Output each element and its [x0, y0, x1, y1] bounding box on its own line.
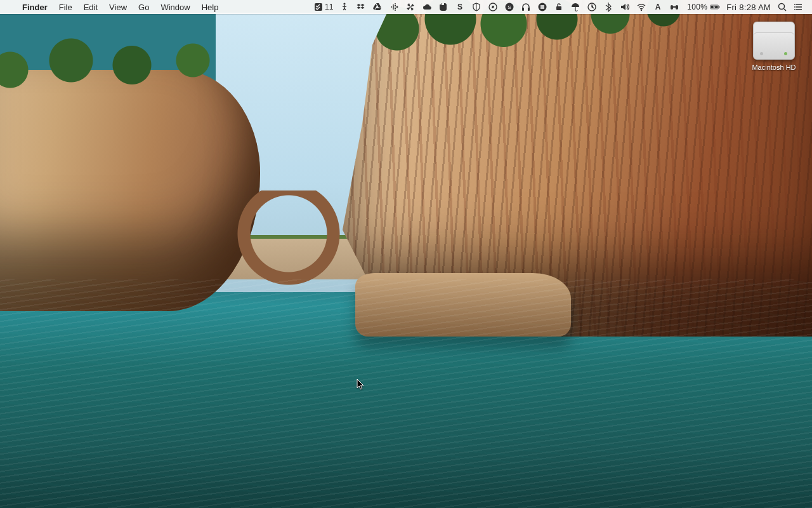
bluetooth-menuextra[interactable] — [600, 0, 617, 14]
menu-view-label: View — [109, 3, 127, 12]
dropbox-menuextra[interactable] — [353, 0, 369, 14]
menuextra-shield[interactable] — [468, 0, 485, 14]
menuextra-A[interactable]: A — [650, 0, 666, 14]
menu-window-label: Window — [160, 3, 190, 12]
desktop-drive-icon[interactable]: Macintosh HD — [747, 22, 801, 71]
shield-icon — [471, 2, 481, 12]
pinwheel-icon — [405, 2, 416, 12]
volume-menuextra[interactable] — [617, 0, 633, 14]
app-name-menu[interactable]: Finder — [16, 0, 53, 14]
menuextra-icon-3[interactable] — [419, 0, 435, 14]
drive-label: Macintosh HD — [747, 64, 801, 71]
menuextra-umbrella[interactable] — [567, 0, 584, 14]
bluetooth-icon — [603, 2, 613, 12]
battery-percentage: 100% — [686, 3, 707, 11]
search-icon — [777, 2, 787, 12]
svg-point-6 — [395, 3, 396, 4]
svg-point-1 — [344, 3, 346, 4]
svg-rect-15 — [522, 8, 524, 11]
svg-rect-18 — [556, 6, 561, 10]
clock-icon — [587, 2, 597, 12]
svg-point-31 — [794, 9, 796, 10]
s-icon: S — [455, 2, 465, 12]
svg-point-2 — [391, 6, 392, 8]
menuextra-s[interactable]: S — [452, 0, 468, 14]
wifi-icon — [636, 2, 646, 12]
svg-point-28 — [779, 4, 785, 10]
letter-a-icon: A — [653, 2, 663, 12]
svg-point-5 — [393, 8, 394, 10]
svg-rect-0 — [315, 3, 322, 11]
menu-go-label: Go — [138, 3, 149, 12]
wallpaper-left-cliff — [0, 70, 260, 311]
volume-icon — [620, 2, 630, 12]
menu-edit-label: Edit — [84, 3, 98, 12]
menuextra-headphones[interactable] — [518, 0, 534, 14]
menu-go[interactable]: Go — [133, 0, 155, 14]
svg-rect-24 — [673, 6, 676, 8]
svg-rect-26 — [719, 6, 719, 8]
todoist-icon — [313, 2, 324, 12]
menu-view[interactable]: View — [103, 0, 133, 14]
menuextra-binoculars[interactable] — [666, 0, 683, 14]
svg-text:S: S — [508, 4, 511, 10]
menuextra-bars[interactable] — [534, 0, 551, 14]
mouse-cursor — [357, 378, 365, 391]
hard-drive-icon — [753, 22, 795, 60]
bars-icon — [537, 2, 547, 12]
menu-edit[interactable]: Edit — [78, 0, 103, 14]
desktop-wallpaper[interactable] — [0, 0, 812, 508]
menuextra-clock[interactable] — [584, 0, 600, 14]
app-name-label: Finder — [22, 3, 48, 12]
svg-point-9 — [395, 10, 396, 11]
battery-menuextra[interactable]: 100% — [683, 0, 723, 14]
wifi-menuextra[interactable] — [633, 0, 650, 14]
googledrive-icon — [372, 2, 383, 12]
headphones-icon — [521, 2, 531, 12]
menu-bar-right: 11 S S A 100% Fri 8:28 AM — [310, 0, 807, 14]
svg-point-8 — [395, 8, 396, 9]
svg-point-4 — [393, 6, 394, 8]
apple-menu[interactable] — [5, 0, 16, 14]
svg-point-30 — [794, 6, 796, 8]
clock-menuextra[interactable]: Fri 8:28 AM — [723, 0, 774, 14]
svg-point-20 — [641, 10, 642, 11]
svg-point-7 — [395, 5, 396, 6]
evernote-icon — [438, 2, 449, 12]
menuextra-icon-1[interactable] — [336, 0, 353, 14]
todoist-count: 11 — [324, 3, 333, 11]
umbrella-icon — [570, 2, 580, 12]
menu-help-label: Help — [202, 3, 219, 12]
fitbit-icon — [389, 2, 399, 12]
menuextra-lock[interactable] — [551, 0, 567, 14]
googledrive-menuextra[interactable] — [369, 0, 386, 14]
fitbit-menuextra[interactable] — [386, 0, 402, 14]
binoculars-icon — [669, 2, 679, 12]
menu-help[interactable]: Help — [196, 0, 225, 14]
svg-rect-16 — [528, 8, 530, 11]
svg-rect-23 — [676, 5, 678, 10]
spotlight-menuextra[interactable] — [774, 0, 790, 14]
menu-file-label: File — [59, 3, 72, 12]
clock-text: Fri 8:28 AM — [726, 3, 771, 12]
todoist-menuextra[interactable]: 11 — [310, 0, 336, 14]
wallpaper-water — [0, 279, 812, 508]
menu-file[interactable]: File — [53, 0, 78, 14]
menuextra-circle-s[interactable]: S — [501, 0, 518, 14]
menu-bar: Finder File Edit View Go Window Help 11 … — [0, 0, 812, 14]
menu-window[interactable]: Window — [155, 0, 195, 14]
circle-s-icon: S — [504, 2, 514, 12]
evernote-menuextra[interactable] — [435, 0, 452, 14]
notification-center-menuextra[interactable] — [790, 0, 807, 14]
menuextra-compass[interactable] — [485, 0, 501, 14]
list-icon — [794, 2, 804, 12]
battery-icon — [710, 2, 720, 12]
menu-bar-left: Finder File Edit View Go Window Help — [5, 0, 224, 14]
stickfigure-icon — [339, 2, 350, 12]
compass-icon — [488, 2, 498, 12]
menuextra-icon-2[interactable] — [402, 0, 419, 14]
cloud-icon — [422, 2, 432, 12]
svg-point-3 — [393, 4, 394, 6]
svg-point-10 — [396, 6, 398, 8]
lock-open-icon — [554, 2, 564, 12]
